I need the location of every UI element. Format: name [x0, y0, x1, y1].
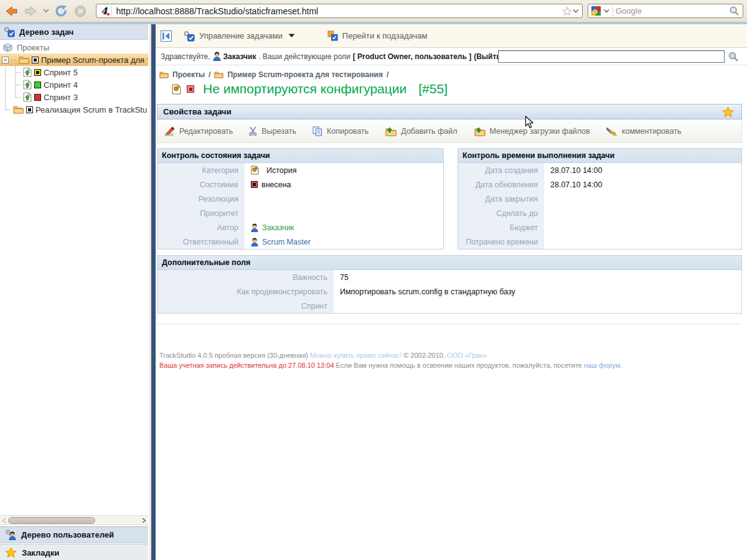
property-row: Категория История	[157, 163, 443, 177]
url-dropdown-icon[interactable]	[572, 9, 580, 14]
property-label: Сделать до	[458, 206, 544, 220]
property-value	[544, 192, 741, 206]
tree-item-selected-project[interactable]: Пример Scrum-проекта для т	[0, 54, 148, 66]
task-search-input[interactable]	[498, 50, 725, 63]
manage-tasks-menu[interactable]: Управление задачами	[183, 30, 295, 42]
sprint-doc-icon	[23, 67, 32, 77]
footer-period: .	[620, 362, 622, 369]
breadcrumb: Проекты / Пример Scrum-проекта для тести…	[159, 70, 388, 79]
current-user-link[interactable]: Заказчик	[223, 52, 256, 61]
bookmarks-star-icon	[5, 547, 17, 558]
property-row: Сделать до	[458, 206, 741, 220]
search-placeholder[interactable]: Google	[616, 6, 726, 16]
property-value: Scrum Master	[245, 235, 443, 249]
property-row: Как продемонстрировать Импортировать scr…	[157, 284, 741, 299]
property-value	[245, 192, 443, 206]
bookmark-star-icon[interactable]	[562, 6, 572, 16]
edit-button[interactable]: Редактировать	[164, 126, 233, 136]
goto-subtasks-button[interactable]: Перейти к подзадачам	[327, 30, 428, 41]
property-value: История	[245, 163, 443, 177]
category-story-icon	[172, 84, 181, 95]
tree-stub	[6, 110, 11, 110]
url-text[interactable]: http://localhost:8888/TrackStudio/static…	[116, 6, 562, 16]
user-icon	[251, 223, 258, 232]
property-value: 28.07.10 14:00	[544, 163, 741, 177]
property-value: Заказчик	[245, 220, 443, 235]
users-tree-bar[interactable]: Дерево пользователей	[0, 526, 148, 543]
edit-label: Редактировать	[179, 127, 233, 136]
stop-button[interactable]	[72, 3, 88, 19]
buy-now-link[interactable]: Можно купить прямо сейчас!	[310, 352, 402, 359]
property-value: 28.07.10 14:00	[544, 177, 741, 192]
comment-icon	[606, 126, 618, 136]
property-label: Дата обновления	[458, 177, 544, 192]
tree-item-sprint4[interactable]: Спринт 4	[0, 78, 148, 91]
breadcrumb-item-projects[interactable]: Проекты	[172, 70, 205, 79]
breadcrumb-item-project[interactable]: Пример Scrum-проекта для тестирования	[227, 70, 382, 79]
collapse-expander-icon[interactable]	[2, 57, 9, 63]
reload-button[interactable]	[54, 3, 70, 19]
scissors-icon	[249, 126, 257, 136]
breadcrumb-separator: /	[209, 70, 210, 79]
handler-link[interactable]: Scrum Master	[262, 238, 311, 246]
task-tree-panel: Дерево задач Проекты Пример Scrum-проект…	[0, 24, 148, 560]
task-tree-header[interactable]: Дерево задач	[0, 24, 148, 40]
tree-item-sprint3[interactable]: Спринт 3	[0, 91, 148, 103]
back-icon	[5, 5, 19, 17]
greeting-roles-intro: . Ваши действующие роли	[258, 52, 350, 61]
frame-splitter[interactable]	[151, 24, 156, 560]
task-search-icon[interactable]	[728, 51, 739, 62]
tree-item-sprint5[interactable]: Спринт 5	[0, 66, 148, 78]
tree-horizontal-scrollbar[interactable]	[0, 515, 148, 525]
property-label: Спринт	[157, 299, 334, 313]
cut-button[interactable]: Вырезать	[249, 126, 296, 136]
scroll-left-icon[interactable]	[0, 516, 8, 525]
property-label: Важность	[157, 270, 334, 284]
breadcrumb-separator: /	[387, 70, 388, 79]
bookmarks-bar[interactable]: Закладки	[0, 544, 148, 560]
copy-label: Копировать	[327, 127, 369, 136]
property-row: Приоритет	[157, 206, 443, 220]
forward-button[interactable]	[22, 3, 39, 19]
subtasks-icon	[327, 30, 338, 41]
user-icon	[213, 52, 221, 61]
property-label: Резолюция	[157, 192, 245, 206]
browser-search[interactable]: Google	[588, 4, 743, 18]
collapse-sidebar-icon[interactable]	[161, 30, 172, 42]
upload-manager-icon	[474, 126, 486, 136]
task-actions-toolbar: Редактировать Вырезать Копировать	[157, 119, 742, 143]
footer: TrackStudio 4.0.5 пробная версия (30-дне…	[159, 350, 622, 370]
folder-icon	[19, 55, 29, 64]
tree-item-projects[interactable]: Проекты	[0, 41, 148, 54]
back-button[interactable]	[4, 3, 20, 19]
add-file-button[interactable]: Добавить файл	[385, 126, 457, 136]
custom-fields-panel: Дополнительные поля Важность 75 Как прод…	[157, 255, 742, 314]
comment-button[interactable]: комментировать	[606, 126, 682, 136]
magnifier-icon[interactable]	[729, 6, 740, 16]
property-row: Важность 75	[157, 270, 741, 284]
property-label: Приоритет	[157, 206, 245, 220]
history-dropdown[interactable]	[41, 3, 51, 19]
site-favicon: 4	[99, 6, 112, 17]
add-file-label: Добавить файл	[401, 127, 457, 136]
tree-stub	[16, 85, 21, 85]
search-engine-dropdown-icon[interactable]	[603, 9, 610, 14]
state-control-panel: Контроль состояния задачи Категория Исто…	[157, 148, 444, 250]
tree-item-realization[interactable]: Реализация Scrum в TrackStu	[0, 103, 148, 116]
task-state-icon	[34, 69, 41, 76]
property-value	[245, 206, 443, 220]
favorite-star-icon[interactable]	[722, 106, 734, 118]
footer-line2: Ваша учетная запись действительна до 27.…	[159, 360, 622, 370]
url-bar[interactable]: 4 http://localhost:8888/TrackStudio/stat…	[96, 4, 583, 18]
forum-link[interactable]: наш форум	[584, 362, 620, 369]
copy-icon	[312, 126, 322, 136]
tree-stub	[11, 60, 16, 60]
company-link[interactable]: ООО «Гран»	[447, 352, 487, 359]
author-link[interactable]: Заказчик	[262, 223, 294, 232]
property-label: Потрачено времени	[458, 235, 544, 249]
scroll-right-icon[interactable]	[140, 516, 148, 525]
tree-item-label: Спринт 4	[44, 80, 78, 90]
scrollbar-thumb[interactable]	[8, 517, 95, 524]
copy-button[interactable]: Копировать	[312, 126, 369, 136]
users-tree-icon	[5, 530, 16, 540]
